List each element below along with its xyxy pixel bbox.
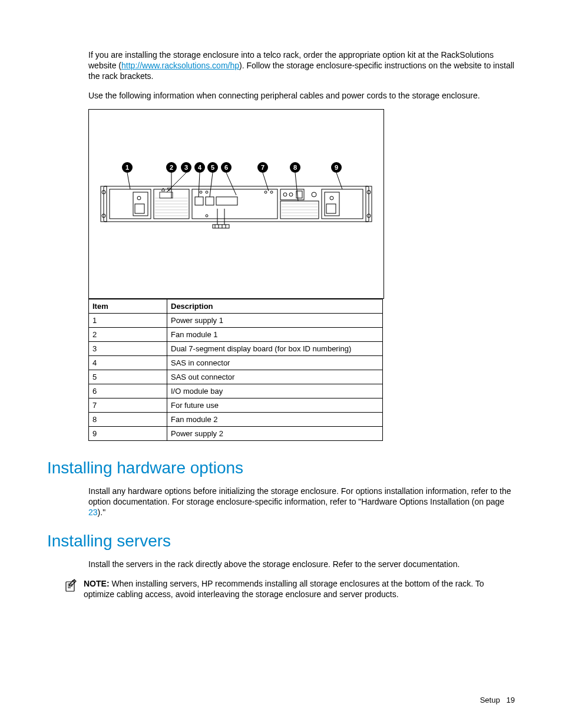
component-table: Item Description 1Power supply 1 2Fan mo… [88,299,383,441]
svg-line-68 [226,173,236,195]
table-row: 9Power supply 2 [89,426,383,440]
racksolutions-link[interactable]: http://www.racksolutions.com/hp [121,61,239,70]
page-link-23[interactable]: 23 [88,508,98,517]
heading-servers: Installing servers [47,532,515,551]
svg-rect-10 [135,204,144,213]
hw-options-para: Install any hardware options before init… [88,486,515,518]
svg-text:9: 9 [335,164,338,171]
note-icon [64,578,78,595]
svg-point-27 [270,191,273,193]
svg-point-29 [283,193,287,196]
svg-point-30 [289,193,293,196]
svg-point-32 [312,192,316,197]
page-footer: Setup 19 [480,696,515,704]
svg-rect-16 [206,197,214,205]
svg-line-62 [199,173,200,197]
svg-text:7: 7 [261,164,265,171]
svg-text:5: 5 [211,164,214,171]
heading-hw-options: Installing hardware options [47,459,515,477]
svg-point-18 [206,215,208,217]
callout-1: 1 [122,162,133,189]
th-desc: Description [167,299,383,313]
servers-para: Install the servers in the rack directly… [88,559,515,569]
intro-para-1: If you are installing the storage enclos… [88,50,515,82]
footer-section: Setup [480,696,500,704]
svg-text:6: 6 [224,164,228,171]
svg-line-53 [127,173,130,189]
table-row: 8Fan module 2 [89,412,383,426]
svg-text:4: 4 [198,164,202,171]
table-row: 4SAS in connector [89,355,383,370]
svg-point-9 [137,196,141,200]
callout-2: 2 [166,162,177,198]
note-text: NOTE: When installing servers, HP recomm… [84,578,503,601]
svg-text:2: 2 [170,164,173,171]
callout-7: 7 [257,162,269,191]
rear-panel-diagram: 1 2 3 4 5 6 7 8 9 [88,109,384,299]
callout-8: 8 [290,162,300,201]
svg-rect-50 [160,192,173,198]
svg-point-14 [206,191,208,193]
svg-point-13 [200,191,202,193]
table-row: 3Dual 7-segment display board (for box I… [89,341,383,355]
svg-text:8: 8 [293,164,297,171]
svg-point-36 [330,196,333,200]
callout-9: 9 [331,162,342,189]
table-row: 5SAS out connector [89,370,383,384]
table-row: 1Power supply 1 [89,313,383,327]
svg-line-65 [210,173,213,197]
svg-rect-17 [216,197,237,205]
footer-page: 19 [507,696,515,704]
callout-6: 6 [221,162,236,195]
table-row: 6I/O module bay [89,384,383,398]
svg-line-71 [263,173,269,191]
svg-rect-15 [195,197,203,205]
callout-5: 5 [207,162,218,197]
note-label: NOTE: [84,579,110,588]
table-row: 2Fan module 1 [89,327,383,341]
table-row: 7For future use [89,398,383,412]
svg-text:1: 1 [125,164,129,171]
th-item: Item [89,299,167,313]
note-block: NOTE: When installing servers, HP recomm… [47,578,515,601]
svg-rect-12 [192,189,277,219]
svg-text:3: 3 [184,164,188,171]
svg-rect-37 [326,204,336,213]
svg-line-77 [336,173,342,189]
svg-point-26 [265,191,267,193]
intro-para-2: Use the following information when conne… [88,90,515,101]
